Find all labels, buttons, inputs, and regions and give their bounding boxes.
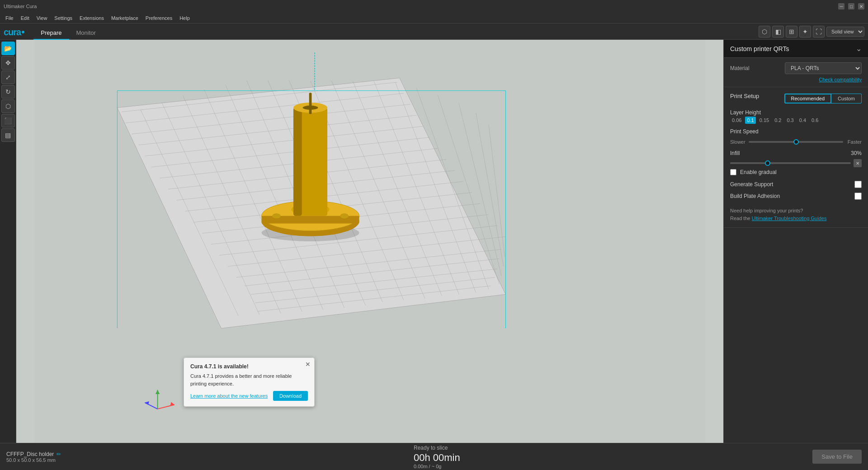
restore-button[interactable]: □ xyxy=(848,3,854,9)
print-setup-header-row: Print Setup Recommended Custom xyxy=(730,93,862,104)
infill-slider-row: ✕ xyxy=(730,159,862,167)
material-label: Material xyxy=(730,65,750,71)
view-mode-select[interactable]: Solid view X-Ray Layers xyxy=(826,27,864,37)
notification-close-button[interactable]: ✕ xyxy=(305,361,311,368)
print-speed-label: Print Speed xyxy=(730,128,775,135)
app: cura Prepare Monitor ⬡ ◧ ⊞ ✦ ⛶ Solid vie… xyxy=(0,24,868,470)
view-controls: ⬡ ◧ ⊞ ✦ ⛶ Solid view X-Ray Layers xyxy=(759,26,864,38)
lh-val-02[interactable]: 0.2 xyxy=(773,117,783,124)
infill-percent: 30% xyxy=(851,150,862,156)
solid-view-icon[interactable]: ◧ xyxy=(772,26,784,38)
close-button[interactable]: ✕ xyxy=(858,3,864,9)
material-section: Material PLA - QRTs ABS PETG Check compa… xyxy=(724,58,868,87)
save-to-file-button[interactable]: Save to File xyxy=(812,450,862,464)
lh-val-015[interactable]: 0.15 xyxy=(758,117,771,124)
print-speed-slider[interactable] xyxy=(749,141,843,143)
build-plate-adhesion-row: Build Plate Adhesion xyxy=(730,193,862,200)
svg-rect-51 xyxy=(293,108,302,216)
notification-popup: ✕ Cura 4.7.1 is available! Cura 4.7.1 pr… xyxy=(184,357,315,407)
build-plate xyxy=(16,40,723,443)
troubleshooting-link[interactable]: Ultimaker Troubleshooting Guides xyxy=(752,216,827,221)
open-file-button[interactable]: 📂 xyxy=(1,42,15,55)
notification-learn-more-link[interactable]: Learn more about the new features xyxy=(190,393,268,399)
menu-file[interactable]: File xyxy=(2,14,17,22)
menu-edit[interactable]: Edit xyxy=(17,14,33,22)
lh-val-06[interactable]: 0.6 xyxy=(810,117,820,124)
menu-marketplace[interactable]: Marketplace xyxy=(108,14,142,22)
model-name-row: CFFFP_Disc holder ✏ xyxy=(6,451,61,457)
material-row: Material PLA - QRTs ABS PETG xyxy=(730,62,862,74)
logo-text: cura xyxy=(4,27,21,38)
build-plate-adhesion-label: Build Plate Adhesion xyxy=(730,193,780,199)
lh-val-04[interactable]: 0.4 xyxy=(797,117,808,124)
print-speed-row: Print Speed xyxy=(730,128,862,135)
scale-tool[interactable]: ⤢ xyxy=(1,70,15,84)
svg-point-55 xyxy=(340,213,349,218)
camera-icon[interactable]: ⛶ xyxy=(813,26,825,38)
model-dims: 50.0 x 50.0 x 56.5 mm xyxy=(6,457,61,463)
recommended-button[interactable]: Recommended xyxy=(784,94,832,103)
enable-gradual-checkbox[interactable] xyxy=(730,169,736,175)
xray-icon[interactable]: ✦ xyxy=(799,26,811,38)
generate-support-checkbox[interactable] xyxy=(854,181,862,188)
infill-slider[interactable] xyxy=(730,162,851,164)
menu-view[interactable]: View xyxy=(33,14,51,22)
notification-download-button[interactable]: Download xyxy=(273,391,308,401)
content: 📂 ✥ ⤢ ↻ ⬡ ⬛ ▤ xyxy=(0,40,868,443)
lh-val-006[interactable]: 0.06 xyxy=(730,117,743,124)
logo-dot xyxy=(22,31,24,33)
print-setup-section: Print Setup Recommended Custom Layer Hei… xyxy=(724,87,868,228)
left-toolbar: 📂 ✥ ⤢ ↻ ⬡ ⬛ ▤ xyxy=(0,40,16,443)
titlebar-title: Ultimaker Cura xyxy=(4,4,37,9)
help-text-secondary: Read the Ultimaker Troubleshooting Guide… xyxy=(730,215,862,222)
mirror-tool[interactable]: ⬡ xyxy=(1,99,15,113)
infill-header-row: Infill 30% xyxy=(730,150,862,156)
svg-point-54 xyxy=(272,213,281,218)
lh-val-03[interactable]: 0.3 xyxy=(785,117,795,124)
custom-button[interactable]: Custom xyxy=(831,94,862,103)
perspective-icon[interactable]: ⬡ xyxy=(759,26,770,38)
build-plate-adhesion-checkbox[interactable] xyxy=(854,193,862,200)
layer-height-row: Layer Height 0.06 0.1 0.15 0.2 0.3 0.4 0… xyxy=(730,109,862,124)
ready-label: Ready to slice xyxy=(414,445,460,451)
material-select[interactable]: PLA - QRTs ABS PETG xyxy=(785,62,862,74)
menu-preferences[interactable]: Preferences xyxy=(142,14,176,22)
enable-gradual-label[interactable]: Enable gradual xyxy=(740,169,777,175)
print-speed-slider-container: Slower Faster xyxy=(730,139,862,145)
edit-model-name-icon[interactable]: ✏ xyxy=(57,451,61,457)
per-model-tool[interactable]: ▤ xyxy=(1,128,15,142)
help-text-section: Need help improving your prints? Read th… xyxy=(730,207,862,222)
tab-monitor[interactable]: Monitor xyxy=(69,27,103,40)
check-compatibility-link[interactable]: Check compatibility xyxy=(730,77,862,82)
layer-view-icon[interactable]: ⊞ xyxy=(786,26,797,38)
menu-settings[interactable]: Settings xyxy=(51,14,76,22)
right-panel-header: Custom printer QRTs ⌄ xyxy=(724,40,868,58)
enable-gradual-row: Enable gradual xyxy=(730,169,862,175)
viewport[interactable]: ✕ Cura 4.7.1 is available! Cura 4.7.1 pr… xyxy=(16,40,723,443)
rotate-tool[interactable]: ↻ xyxy=(1,85,15,99)
right-panel-collapse-button[interactable]: ⌄ xyxy=(856,44,862,53)
menubar: File Edit View Settings Extensions Marke… xyxy=(0,13,868,24)
infill-clear-button[interactable]: ✕ xyxy=(854,159,862,167)
tab-prepare[interactable]: Prepare xyxy=(33,27,69,40)
layer-height-values: 0.06 0.1 0.15 0.2 0.3 0.4 0.6 xyxy=(730,117,820,124)
minimize-button[interactable]: ─ xyxy=(838,3,844,9)
lh-val-01[interactable]: 0.1 xyxy=(745,117,755,124)
slice-material: 0.00m / ~ 0g xyxy=(414,464,460,469)
window-controls: ─ □ ✕ xyxy=(838,3,864,9)
model-name: CFFFP_Disc holder xyxy=(6,451,54,457)
generate-support-row: Generate Support xyxy=(730,181,862,188)
layer-height-label: Layer Height xyxy=(730,109,775,116)
time-info: Ready to slice 00h 00min 0.00m / ~ 0g xyxy=(414,445,460,469)
notification-title: Cura 4.7.1 is available! xyxy=(190,363,308,370)
slice-time: 00h 00min xyxy=(414,452,460,464)
help-text-primary: Need help improving your prints? xyxy=(730,207,862,215)
move-tool[interactable]: ✥ xyxy=(1,56,15,70)
notification-actions: Learn more about the new features Downlo… xyxy=(190,391,308,401)
bottom-bar: CFFFP_Disc holder ✏ 50.0 x 50.0 x 56.5 m… xyxy=(0,443,868,470)
menu-extensions[interactable]: Extensions xyxy=(76,14,108,22)
menu-help[interactable]: Help xyxy=(176,14,193,22)
support-tool[interactable]: ⬛ xyxy=(1,114,15,127)
right-panel: Custom printer QRTs ⌄ Material PLA - QRT… xyxy=(723,40,868,443)
generate-support-label: Generate Support xyxy=(730,181,773,188)
